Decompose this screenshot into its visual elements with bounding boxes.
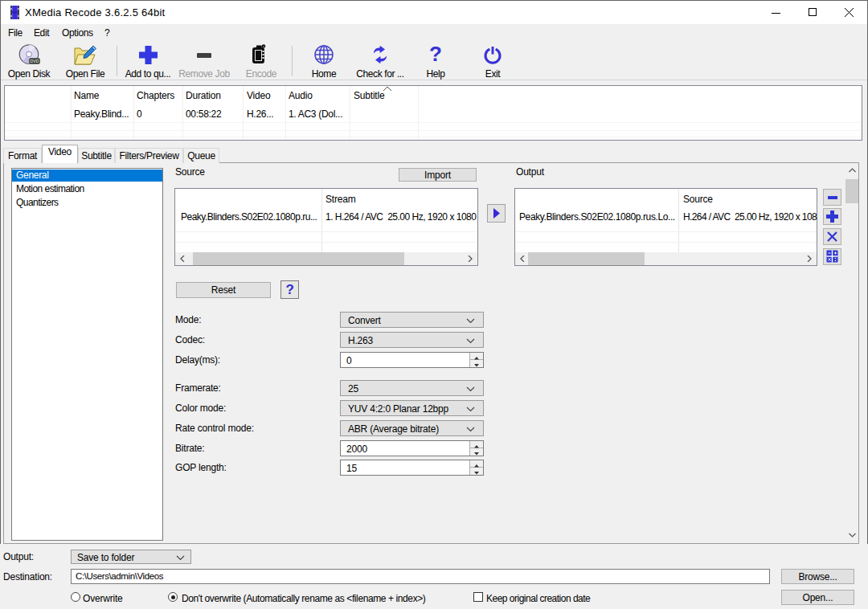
svg-text:DVD: DVD (30, 59, 39, 63)
